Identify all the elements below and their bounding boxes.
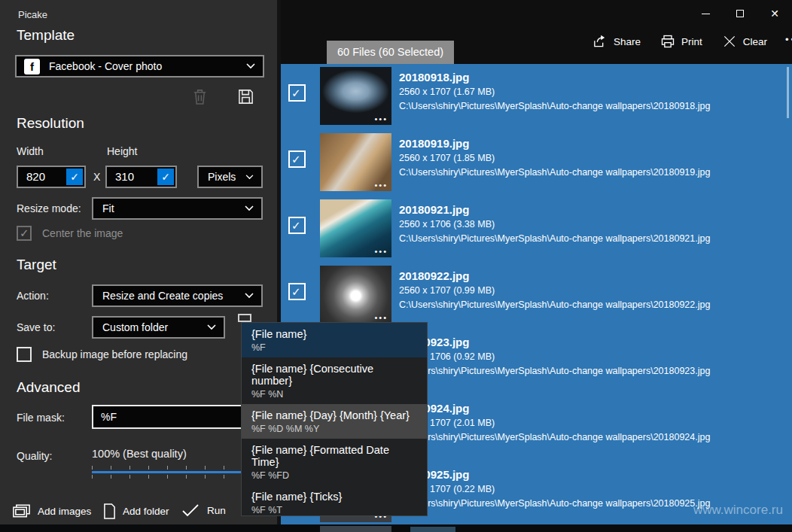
file-name: 20180919.jpg [399,137,779,150]
file-mask-menu-item[interactable]: {File name} {Day} {Month} {Year}%F %D %M… [242,404,427,439]
backup-checkbox[interactable]: Backup image before replacing [17,347,187,362]
print-button[interactable]: Print [654,31,708,52]
action-dropdown-value: Resize and Create copies [93,290,245,302]
menu-item-code: %F %T [251,505,417,515]
browse-folder-button[interactable] [238,314,251,322]
menu-item-code: %F %N [251,389,417,400]
height-lock-checkbox[interactable]: ✓ [157,169,174,185]
action-dropdown[interactable]: Resize and Create copies [92,284,263,307]
file-thumbnail[interactable]: ••• [320,266,391,324]
slider-ticks-top [92,466,265,470]
file-path: C:\Users\shiry\Pictures\MyerSplash\Auto-… [399,101,779,111]
file-thumbnail[interactable]: ••• [320,133,391,191]
unit-dropdown[interactable]: Pixels [197,166,263,188]
share-button[interactable]: Share [586,31,647,52]
width-lock-checkbox[interactable]: ✓ [66,169,83,185]
row-checkbox[interactable]: ✓ [288,283,306,300]
file-mask-menu-item[interactable]: {File name} {Formatted Date Time}%F %FD [242,439,427,485]
more-options-button[interactable]: ••• [781,31,792,53]
save-floppy-icon [237,88,254,105]
bottom-edge [0,524,792,532]
file-mask-menu-item[interactable]: {File name}%F [242,323,427,357]
list-toolbar: Share Print Clear ••• [586,30,792,53]
chevron-down-icon [245,205,254,211]
advanced-heading: Advanced [17,379,81,396]
width-label: Width [17,145,44,157]
add-folder-button[interactable]: Add folder [103,503,169,520]
list-scrollbar[interactable] [787,67,789,118]
height-value: 310 [115,170,134,183]
clear-x-icon [722,34,737,49]
file-path: C:\Users\shiry\Pictures\MyerSplash\Auto-… [399,432,779,442]
minimize-button[interactable] [688,0,723,27]
file-mask-menu-item[interactable]: {File name} {Ticks}%F %T [242,485,427,520]
file-name: 20180924.jpg [399,402,779,415]
next-row-peek [410,527,455,532]
quality-value: 100% (Best quality) [92,448,187,460]
file-mask-menu: {File name}%F{File name} {Consecutive nu… [241,322,428,516]
template-dropdown[interactable]: f Facebook - Cover photo [15,55,264,78]
file-size-meta: 2560 x 1707 (1.85 MB) [399,153,779,163]
add-images-icon [12,503,31,519]
resize-mode-value: Fit [93,202,245,214]
add-images-button[interactable]: Add images [12,503,91,519]
resize-mode-dropdown[interactable]: Fit [92,197,263,220]
close-button[interactable]: ✕ [757,0,792,27]
chevron-down-icon [245,175,254,180]
clear-label: Clear [743,36,767,47]
file-mask-label: File mask: [17,412,65,424]
run-label: Run [207,505,226,516]
resize-mode-label: Resize mode: [17,202,81,214]
save-template-button[interactable] [237,88,254,108]
save-to-dropdown[interactable]: Custom folder [92,316,225,339]
facebook-icon: f [24,59,40,74]
file-row[interactable]: ✓•••20180919.jpg2560 x 1707 (1.85 MB)C:\… [281,130,792,196]
quality-slider[interactable] [92,466,265,479]
file-mask-input[interactable] [92,405,242,429]
check-icon: ✓ [291,285,301,299]
file-row[interactable]: ✓•••20180918.jpg2560 x 1707 (1.67 MB)C:\… [281,64,792,130]
file-row[interactable]: ✓•••20180921.jpg2560 x 1706 (3.38 MB)C:\… [281,196,792,263]
check-icon: ✓ [20,226,29,240]
run-check-icon [181,503,200,518]
menu-item-label: {File name} {Formatted Date Time} [251,444,417,468]
file-size-meta: 2560 x 1706 (0.92 MB) [399,351,779,362]
resolution-heading: Resolution [17,115,84,132]
add-folder-icon [103,503,116,520]
delete-template-button[interactable] [191,87,209,109]
file-path: C:\Users\shiry\Pictures\MyerSplash\Auto-… [399,366,779,376]
height-input[interactable]: 310 ✓ [105,166,177,188]
slider-track[interactable] [92,471,265,473]
maximize-icon [736,10,744,17]
check-icon: ✓ [291,87,301,100]
file-name: 20180918.jpg [399,71,779,84]
clear-button[interactable]: Clear [716,31,773,52]
target-heading: Target [17,257,56,273]
file-row[interactable]: ✓•••20180922.jpg2560 x 1707 (0.99 MB)C:\… [281,263,792,329]
row-checkbox[interactable]: ✓ [288,84,306,102]
save-to-label: Save to: [17,321,55,333]
backup-label: Backup image before replacing [42,348,187,360]
menu-item-code: %F %D %M %Y [251,424,417,434]
run-button[interactable]: Run [181,503,226,518]
action-label: Action: [17,290,49,302]
row-checkbox[interactable]: ✓ [288,217,306,234]
file-size-meta: 2560 x 1707 (0.22 MB) [399,484,779,494]
file-name: 20180922.jpg [399,269,779,282]
slider-ticks-bottom [92,475,265,479]
unit-dropdown-value: Pixels [199,171,245,183]
width-input[interactable]: 820 ✓ [17,166,86,188]
trash-icon [191,87,209,106]
checkbox-box[interactable] [17,347,32,362]
maximize-button[interactable] [723,0,757,27]
row-checkbox[interactable]: ✓ [288,150,306,168]
share-label: Share [614,36,641,47]
file-thumbnail[interactable]: ••• [320,199,391,257]
add-folder-label: Add folder [123,506,169,517]
menu-item-code: %F %FD [251,470,417,481]
menu-item-label: {File name} {Ticks} [251,491,417,503]
file-size-meta: 2560 x 1707 (1.67 MB) [399,87,779,97]
file-thumbnail[interactable]: ••• [320,67,391,125]
file-count-badge: 60 Files (60 Selected) [327,41,454,64]
file-mask-menu-item[interactable]: {File name} {Consecutive number}%F %N [242,357,427,404]
